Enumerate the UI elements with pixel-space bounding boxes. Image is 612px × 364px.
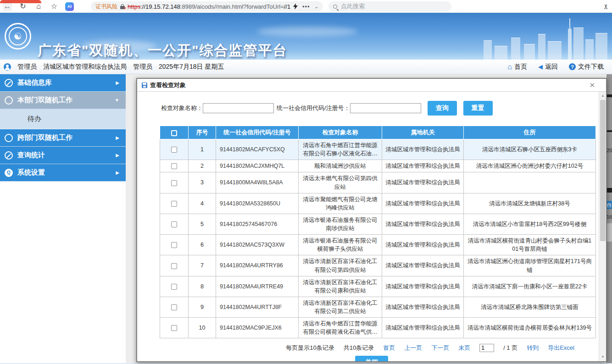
chevron-right-icon: ▶: [116, 80, 119, 85]
close-dialog-button[interactable]: 关闭: [355, 356, 388, 362]
department-work-icon: [5, 96, 13, 105]
row-checkbox[interactable]: [171, 242, 177, 248]
row-select-cell: [160, 139, 189, 160]
sidebar-subitem-todo[interactable]: 待办: [0, 109, 126, 129]
row-number: 6: [189, 235, 216, 255]
first-page-link[interactable]: 首页: [383, 344, 395, 352]
return-link[interactable]: ◀ 返回: [538, 63, 558, 71]
row-checkbox[interactable]: [171, 263, 177, 269]
city-skyline: [461, 13, 612, 60]
row-code: 91441802MAC573Q3XW: [216, 235, 299, 255]
sidebar-item-system-settings[interactable]: Q 系统设置 ▶: [0, 164, 126, 182]
reload-icon[interactable]: ↻: [18, 2, 28, 11]
chevron-down-icon[interactable]: ⌄: [315, 4, 318, 9]
row-name: 清远市银港石油服务有限公司横荷狮子头供应站: [299, 235, 382, 255]
row-checkbox[interactable]: [171, 325, 177, 331]
dialog-close-icon[interactable]: ✕: [589, 81, 601, 89]
table-row: 1091441802MAC9PJEJX6清远市石角中燃百江普华能源有限公司横荷液…: [160, 318, 596, 338]
row-code: 91441802MA5328650U: [216, 193, 299, 214]
user-role: 管理员: [17, 63, 37, 71]
row-number: 3: [189, 172, 216, 193]
row-agency: 清城区城市管理和综合执法局: [382, 255, 464, 276]
row-checkbox[interactable]: [171, 221, 177, 227]
flash-icon[interactable]: [293, 3, 298, 10]
scroll-up-icon[interactable]: ▲: [599, 93, 606, 99]
dialog-scrollbar[interactable]: ▲ ▼: [599, 92, 606, 361]
favorites-icon[interactable]: ☆: [50, 2, 59, 11]
scrollbar-thumb[interactable]: [600, 100, 606, 241]
row-checkbox[interactable]: [171, 163, 177, 169]
next-page-link[interactable]: 下一页: [431, 344, 449, 352]
user-organization: 清城区城市管理和综合执法局: [43, 63, 127, 71]
chevron-right-icon: ▶: [116, 153, 119, 158]
platform-logo-icon: ☯: [5, 23, 31, 50]
row-agency: 清城区城市管理和综合执法局: [382, 235, 464, 255]
insecure-lock-icon[interactable]: ✕: [120, 4, 125, 9]
row-name: 顺和清城洲沙供应站: [299, 160, 382, 172]
sidebar-item-cross-department-work[interactable]: 跨部门双随机工作 ▶: [0, 129, 126, 147]
select-all-checkbox[interactable]: [171, 130, 177, 136]
sidebar-item-department-work[interactable]: 本部门双随机工作 ▼: [0, 92, 126, 109]
page-number-input[interactable]: [479, 344, 494, 352]
more-options-icon[interactable]: •••: [302, 3, 310, 10]
row-select-cell: [160, 255, 189, 276]
row-agency: 清城区城市管理和综合执法局: [382, 193, 464, 214]
query-button[interactable]: 查询: [428, 101, 457, 116]
ai-assistant-icon[interactable]: AI: [65, 2, 74, 11]
select-all-cell: [160, 126, 189, 139]
screenshot-icon[interactable]: ✂: [602, 4, 611, 10]
col-header-code: 统一社会信用代码/注册号: [216, 126, 299, 139]
url-host: ://19.15.72.148: [140, 3, 180, 10]
reset-button[interactable]: 重置: [463, 101, 493, 116]
row-checkbox[interactable]: [171, 180, 177, 186]
row-address: 清远市清城区洲心街洲沙村委六仔村102号: [464, 160, 596, 172]
dialog-icon: [142, 83, 147, 88]
goto-page-link[interactable]: 转到: [527, 344, 539, 352]
total-records-label: 共10条记录: [344, 344, 374, 352]
table-body: 191441802MACAFYC5XQ清远市石角中燃百江普华能源有限公司石狮小区…: [160, 139, 596, 338]
scroll-down-icon[interactable]: ▼: [599, 354, 606, 360]
basic-info-icon: [5, 79, 13, 87]
home-icon: ⌂: [507, 64, 512, 70]
row-address: 清远市清城区下廓一街康和小区一座首层22卡: [464, 276, 596, 297]
row-checkbox[interactable]: [171, 304, 177, 310]
row-select-cell: [160, 235, 189, 255]
file-download-link[interactable]: ? 文件下载: [569, 63, 604, 71]
certificate-risk-label[interactable]: 证书风险: [95, 3, 117, 11]
system-settings-icon: Q: [5, 169, 13, 177]
export-excel-link[interactable]: 导出Excel: [548, 344, 574, 352]
sidebar-item-basic-info[interactable]: 基础信息库 ▶: [0, 74, 126, 92]
object-name-input[interactable]: [203, 103, 274, 113]
address-bar[interactable]: 证书风险 ✕ https://19.15.72.148:8989/aicods/…: [91, 1, 323, 11]
row-address: 清远市清城区小市雷屋村18号西2区99号楼侧: [464, 214, 596, 234]
row-select-cell: [160, 193, 189, 214]
table-header-row: 序号 统一社会信用代码/注册号 检查对象名称 属地机关 住所: [160, 126, 596, 139]
row-agency: 清城区城市管理和综合执法局: [382, 139, 464, 160]
table-row: 291441802MACJXMHQ7L顺和清城洲沙供应站清城区城市管理和综合执法…: [160, 160, 596, 172]
dialog-title: 查看检查对象: [150, 81, 186, 89]
quick-search-box[interactable]: 点此搜索: [328, 1, 451, 11]
platform-title: 广东省"双随机、一公开"综合监管平台: [38, 41, 287, 60]
row-checkbox[interactable]: [171, 147, 177, 153]
prev-page-link[interactable]: 上一页: [404, 344, 422, 352]
row-address: 清远市清城区横荷街道青山村委会狮子头村自编101号首层商铺: [464, 235, 596, 255]
home-link[interactable]: ⌂ 首页: [507, 63, 527, 71]
browser-home-icon[interactable]: ⌂: [34, 2, 43, 11]
url-text[interactable]: https://19.15.72.148:8989/aicods//main.h…: [128, 3, 290, 10]
row-checkbox[interactable]: [171, 284, 177, 290]
row-code: 91441800MA4W8L5A8A: [216, 172, 299, 193]
table-row: 791441802MA4URTRY86清远市清新区百富洋石油化工有限公司第四供应…: [160, 255, 596, 276]
row-code: 91441802MA4URTRY86: [216, 255, 299, 276]
row-name: 清远市清新区百富洋石油化工有限公司第二供应站: [299, 297, 382, 317]
table-row: 191441802MACAFYC5XQ清远市石角中燃百江普华能源有限公司石狮小区…: [160, 139, 596, 160]
credit-code-input[interactable]: [350, 103, 421, 113]
url-path: :8989/aicods//main.html?forwardToUrl=: [180, 3, 284, 10]
row-checkbox[interactable]: [171, 201, 177, 207]
sidebar-item-query-statistics[interactable]: 查询统计 ▶: [0, 147, 126, 164]
forward-icon[interactable]: →: [3, 2, 12, 11]
table-row: 991441802MA4URTTJ8F清远市清新区百富洋石油化工有限公司第二供应…: [160, 297, 596, 317]
row-code: 91441802MACJXMHQ7L: [216, 160, 299, 172]
row-code: 91441802MA4URTTJ8F: [216, 297, 299, 317]
chevron-right-icon: ▶: [116, 135, 119, 140]
last-page-link[interactable]: 末页: [458, 344, 470, 352]
